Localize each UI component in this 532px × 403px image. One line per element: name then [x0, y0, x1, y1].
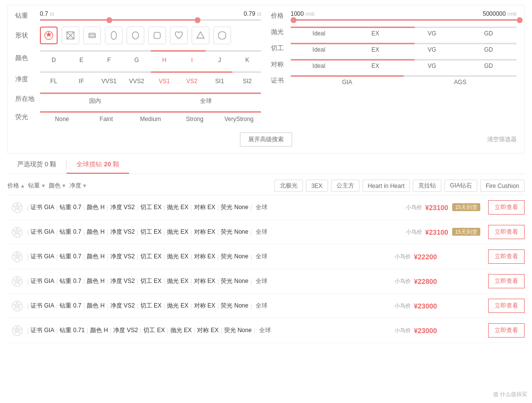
weight-track[interactable]: [40, 19, 261, 21]
svg-line-4: [70, 32, 74, 35]
svg-marker-1: [46, 32, 52, 37]
color-E[interactable]: E: [67, 55, 95, 65]
sym-gd[interactable]: GD: [460, 62, 517, 69]
cut-ex[interactable]: EX: [347, 46, 404, 53]
shape-pear[interactable]: [127, 27, 144, 44]
location-slider: 国内 全球: [40, 93, 261, 105]
sort-color[interactable]: 颜色 ▼: [49, 182, 66, 190]
diamond-icon-2: [7, 250, 27, 264]
price-thumb-right[interactable]: [517, 17, 523, 23]
shape-princess[interactable]: [62, 27, 79, 44]
clarity-VS2[interactable]: VS2: [178, 76, 206, 87]
color-H[interactable]: H: [151, 55, 178, 65]
clarity-SI2[interactable]: SI2: [233, 76, 261, 87]
view-button-1[interactable]: 立即查看: [488, 225, 525, 239]
sym-ex[interactable]: EX: [347, 62, 404, 69]
view-button-0[interactable]: 立即查看: [488, 200, 525, 215]
fluor-faint[interactable]: Faint: [84, 116, 129, 123]
shape-label: 形状: [15, 31, 40, 40]
tag-gia-diamond[interactable]: GIA钻石: [444, 180, 477, 192]
view-button-3[interactable]: 立即查看: [488, 274, 525, 288]
color-F[interactable]: F: [95, 55, 123, 65]
cert-gia[interactable]: GIA: [291, 79, 404, 86]
shape-round[interactable]: [40, 27, 58, 44]
shape-oval[interactable]: [105, 27, 123, 44]
polish-filter-row: 抛光 Ideal EX VG GD: [271, 27, 517, 37]
tab-strict[interactable]: 严选现货 0 颗: [7, 156, 66, 174]
clarity-VVS2[interactable]: VVS2: [123, 76, 150, 87]
svg-rect-7: [89, 33, 96, 37]
polish-vg[interactable]: VG: [404, 30, 461, 37]
fluor-verystrong[interactable]: VeryStrong: [217, 116, 261, 123]
price-section-1: 小鸟价 ¥23100: [406, 228, 448, 236]
sym-vg[interactable]: VG: [404, 62, 461, 69]
sort-weight[interactable]: 钻重 ▼: [28, 182, 46, 190]
clarity-FL[interactable]: FL: [40, 76, 67, 87]
shape-triangle[interactable]: [192, 27, 209, 44]
shape-heart[interactable]: [170, 27, 188, 44]
diamond-icon-0: [7, 201, 27, 215]
sort-price[interactable]: 价格 ▲: [7, 182, 25, 190]
sort-price-arrow: ▲: [20, 183, 25, 188]
color-G[interactable]: G: [123, 55, 150, 65]
cut-vg[interactable]: VG: [404, 46, 461, 53]
expand-search-button[interactable]: 展开高级搜索: [240, 132, 292, 147]
clarity-VVS1[interactable]: VVS1: [95, 76, 123, 87]
sort-weight-arrow: ▼: [41, 183, 46, 188]
weight-label: 钻重: [15, 11, 40, 20]
sym-filter-row: 对称 Ideal EX VG GD: [271, 59, 517, 69]
shape-cushion[interactable]: [148, 27, 166, 44]
location-domestic[interactable]: 国内: [40, 97, 151, 105]
sym-ideal[interactable]: Ideal: [291, 62, 347, 69]
view-button-4[interactable]: 立即查看: [488, 299, 525, 313]
tag-beiji[interactable]: 北极光: [274, 180, 303, 192]
tag-carat[interactable]: 克拉钻: [413, 180, 441, 192]
price-track[interactable]: [291, 19, 517, 21]
cert-ags[interactable]: AGS: [404, 79, 517, 86]
color-I[interactable]: I: [178, 55, 206, 65]
price-fill: [291, 19, 517, 21]
weight-fill: [40, 19, 195, 21]
fluor-filter-row: 荧光 None Faint Medium Strong VeryStrong: [15, 111, 261, 123]
polish-ideal[interactable]: Ideal: [291, 30, 347, 37]
weight-thumb-right[interactable]: [195, 17, 200, 23]
view-button-5[interactable]: 立即查看: [488, 323, 525, 338]
color-D[interactable]: D: [40, 55, 67, 65]
polish-label: 抛光: [271, 28, 291, 36]
weight-thumb-left[interactable]: [106, 17, 112, 23]
diamond-icon-5: [7, 324, 27, 338]
view-button-2[interactable]: 立即查看: [488, 249, 525, 264]
cut-gd[interactable]: GD: [460, 46, 517, 53]
fluor-none[interactable]: None: [40, 116, 84, 123]
fluor-medium[interactable]: Medium: [129, 116, 173, 123]
location-global[interactable]: 全球: [151, 97, 262, 105]
color-slider: D E F G H I J K: [40, 50, 261, 65]
color-J[interactable]: J: [206, 55, 233, 65]
color-K[interactable]: K: [233, 55, 261, 65]
fluor-strong[interactable]: Strong: [172, 116, 217, 123]
tag-fire-cushion[interactable]: Fire Cushion: [480, 180, 525, 192]
price-section-4: 小鸟价 ¥23000: [395, 302, 437, 310]
sort-clarity[interactable]: 净度 ▼: [69, 182, 87, 190]
tab-global[interactable]: 全球揽钻 20 颗: [66, 156, 129, 174]
clarity-IF[interactable]: IF: [67, 76, 95, 87]
cut-ideal[interactable]: Ideal: [291, 46, 347, 53]
price-section-3: 小鸟价 ¥22800: [395, 278, 437, 285]
tag-3ex[interactable]: 3EX: [306, 180, 328, 192]
polish-ex[interactable]: EX: [347, 30, 404, 37]
clarity-VS1[interactable]: VS1: [151, 76, 178, 87]
shape-emerald[interactable]: [83, 27, 101, 44]
tag-heart-in-heart[interactable]: Heart in Heart: [363, 180, 410, 192]
price-thumb-left[interactable]: [291, 17, 297, 23]
svg-marker-25: [13, 326, 22, 334]
tag-princess[interactable]: 公主方: [331, 180, 360, 192]
svg-marker-13: [219, 32, 226, 39]
svg-point-10: [111, 31, 117, 40]
polish-gd[interactable]: GD: [460, 30, 517, 37]
clear-filter-button[interactable]: 清空筛选器: [487, 135, 517, 144]
weight-min-value: 0.7 ct: [40, 10, 54, 17]
shape-asscher[interactable]: [213, 27, 231, 44]
clarity-SI1[interactable]: SI1: [206, 76, 233, 87]
fluor-label: 荧光: [15, 113, 40, 122]
svg-marker-19: [13, 252, 22, 260]
